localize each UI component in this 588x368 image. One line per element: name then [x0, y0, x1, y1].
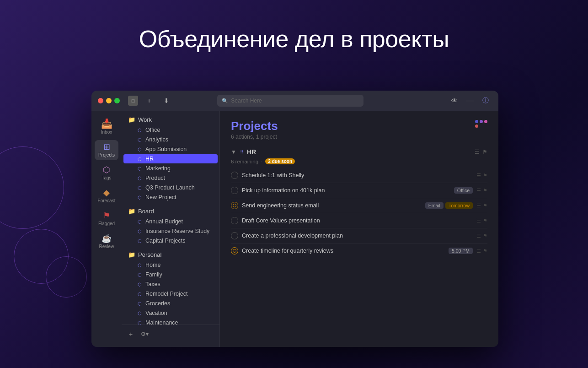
- nav-label-marketing: Marketing: [145, 165, 171, 172]
- dot-3: [484, 120, 487, 123]
- hr-section: ▼ ⠿ HR ☰ ⚑ 6 remaining · 2 due soon S: [231, 148, 487, 257]
- groceries-dot: ⬡: [136, 300, 143, 307]
- app-submission-dot: ⬡: [136, 146, 143, 152]
- sidebar-item-tags[interactable]: ⬡ Tags: [95, 163, 118, 183]
- nav-item-analytics[interactable]: ⬡ Analytics: [123, 135, 218, 144]
- remodel-dot: ⬡: [136, 291, 143, 297]
- task-row-icons-5: ☰ ⚑: [476, 233, 487, 239]
- task-circle-2[interactable]: [231, 187, 238, 194]
- title-bar: □ + ⬇ 🔍 Search Here 👁 — ⓘ: [91, 91, 498, 111]
- window-body: 📥 Inbox ⊞ Projects ⬡ Tags ◆ Forecast ⚑ F…: [91, 111, 498, 347]
- task-row: Schedule 1:1 with Shelly ☰ ⚑: [231, 169, 487, 182]
- sidebar-label-projects: Projects: [98, 152, 115, 157]
- sidebar-item-flagged[interactable]: ⚑ Flagged: [95, 209, 118, 229]
- sidebar-item-projects[interactable]: ⊞ Projects: [95, 140, 118, 160]
- nav-item-office[interactable]: ⬡ Office: [123, 125, 218, 135]
- deco-circle-3: [46, 256, 87, 298]
- task-flag-icon-5[interactable]: ⚑: [483, 233, 487, 239]
- nav-item-app-submission[interactable]: ⬡ App Submission: [123, 145, 218, 154]
- task-row-icons-1: ☰ ⚑: [476, 173, 487, 179]
- task-name-5: Create a professional development plan: [242, 233, 473, 239]
- app-window: □ + ⬇ 🔍 Search Here 👁 — ⓘ 📥 Inbox ⊞ Proj…: [91, 91, 498, 347]
- search-icon: 🔍: [222, 98, 228, 104]
- nav-label-app-submission: App Submission: [145, 146, 187, 152]
- download-button[interactable]: ⬇: [160, 94, 173, 107]
- hr-flag-icon[interactable]: ⚑: [482, 149, 487, 155]
- add-button[interactable]: +: [143, 94, 155, 107]
- nav-item-groceries[interactable]: ⬡ Groceries: [123, 299, 218, 308]
- nav-item-family[interactable]: ⬡ Family: [123, 270, 218, 279]
- nav-item-annual-budget[interactable]: ⬡ Annual Budget: [123, 217, 218, 226]
- dot-4: [475, 124, 478, 128]
- inbox-icon: 📥: [101, 119, 112, 128]
- nav-group-work[interactable]: 📁 Work: [122, 114, 219, 125]
- nav-item-product[interactable]: ⬡ Product: [123, 173, 218, 183]
- task-circle-4[interactable]: [231, 217, 238, 224]
- sidebar-item-inbox[interactable]: 📥 Inbox: [95, 116, 118, 137]
- nav-item-remodel[interactable]: ⬡ Remodel Project: [123, 289, 218, 298]
- eye-button[interactable]: 👁: [448, 94, 461, 107]
- nav-group-personal[interactable]: 📁 Personal: [122, 249, 219, 260]
- home-dot: ⬡: [136, 262, 143, 268]
- task-list-icon-2[interactable]: ☰: [476, 188, 481, 194]
- task-tag-tomorrow: Tomorrow: [445, 202, 473, 209]
- nav-item-new-project[interactable]: ⬡ New Project: [123, 193, 218, 202]
- task-circle-3[interactable]: [231, 202, 238, 209]
- projects-subtitle: 6 actions, 1 project: [231, 134, 278, 140]
- main-content: Projects 6 actions, 1 project ▼ ⠿ HR: [220, 111, 498, 347]
- deco-circle-2: [14, 229, 69, 284]
- task-flag-icon-3[interactable]: ⚑: [483, 203, 487, 209]
- nav-label-office: Office: [145, 127, 160, 133]
- nav-label-annual-budget: Annual Budget: [145, 218, 183, 225]
- new-project-dot: ⬡: [136, 194, 143, 200]
- task-list-icon-5[interactable]: ☰: [476, 233, 481, 239]
- task-list-icon-1[interactable]: ☰: [476, 173, 481, 179]
- task-row-icons-4: ☰ ⚑: [476, 218, 487, 224]
- task-list-icon-3[interactable]: ☰: [476, 203, 481, 209]
- sidebar-item-review[interactable]: ☕ Review: [95, 232, 118, 252]
- task-tags-3: Email Tomorrow: [425, 202, 473, 209]
- task-name-3: Send engineering status email: [242, 202, 422, 209]
- nav-label-capital: Capital Projects: [145, 238, 186, 244]
- nav-label-groceries: Groceries: [145, 300, 170, 307]
- personal-folder-icon: 📁: [128, 251, 135, 258]
- nav-label-vacation: Vacation: [145, 310, 167, 316]
- task-circle-5[interactable]: [231, 232, 238, 239]
- task-row: Create a professional development plan ☰…: [231, 229, 487, 242]
- nav-item-capital-projects[interactable]: ⬡ Capital Projects: [123, 236, 218, 245]
- close-button[interactable]: [98, 98, 103, 103]
- maximize-button[interactable]: [114, 98, 120, 103]
- nav-item-hr[interactable]: ⬡ HR: [123, 154, 218, 163]
- info-button[interactable]: ⓘ: [479, 94, 492, 107]
- nav-label-home: Home: [145, 262, 160, 268]
- nav-group-board[interactable]: 📁 Board: [122, 206, 219, 216]
- minimize-button[interactable]: [106, 98, 112, 103]
- nav-item-vacation[interactable]: ⬡ Vacation: [123, 308, 218, 318]
- task-flag-icon-1[interactable]: ⚑: [483, 173, 487, 179]
- task-circle-1[interactable]: [231, 172, 238, 179]
- task-flag-icon-2[interactable]: ⚑: [483, 188, 487, 194]
- nav-settings-button[interactable]: ⚙▾: [139, 329, 150, 339]
- task-list-icon-6[interactable]: ☰: [476, 248, 481, 254]
- task-circle-6[interactable]: [231, 247, 238, 254]
- nav-item-home[interactable]: ⬡ Home: [123, 260, 218, 270]
- search-bar[interactable]: 🔍 Search Here: [217, 95, 363, 107]
- family-dot: ⬡: [136, 271, 143, 278]
- work-group-label: Work: [138, 116, 152, 123]
- sidebar-item-forecast[interactable]: ◆ Forecast: [95, 186, 118, 206]
- forecast-icon: ◆: [103, 189, 110, 197]
- hr-list-icon[interactable]: ☰: [475, 149, 480, 155]
- nav-add-button[interactable]: +: [127, 329, 134, 340]
- title-right-actions: 👁 — ⓘ: [448, 94, 492, 107]
- task-list-icon-4[interactable]: ☰: [476, 218, 481, 224]
- product-dot: ⬡: [136, 175, 143, 181]
- nav-item-marketing[interactable]: ⬡ Marketing: [123, 164, 218, 173]
- task-flag-icon-4[interactable]: ⚑: [483, 218, 487, 224]
- traffic-lights: [98, 98, 120, 103]
- task-flag-icon-6[interactable]: ⚑: [483, 248, 487, 254]
- nav-item-q3-product-launch[interactable]: ⬡ Q3 Product Launch: [123, 183, 218, 192]
- nav-item-insurance-reserve[interactable]: ⬡ Insurance Reserve Study: [123, 227, 218, 236]
- nav-item-taxes[interactable]: ⬡ Taxes: [123, 280, 218, 289]
- hr-toggle-icon[interactable]: ▼: [231, 149, 236, 155]
- sidebar-toggle-icon[interactable]: □: [128, 96, 138, 106]
